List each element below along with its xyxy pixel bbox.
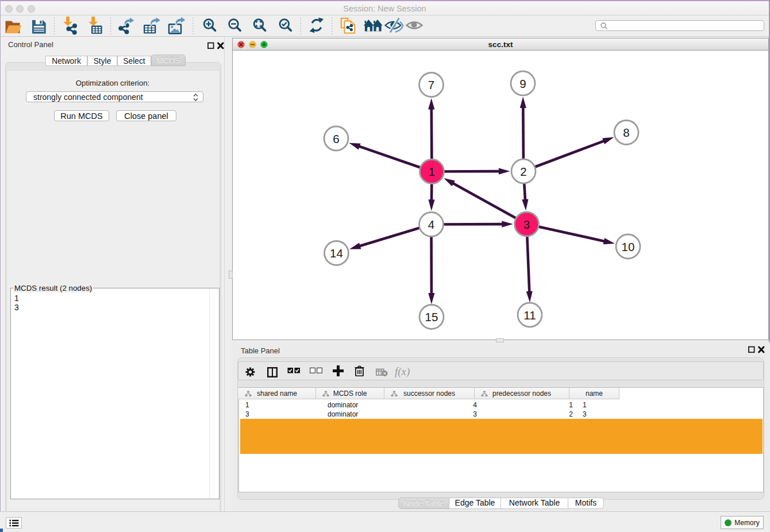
svg-text:2: 2 [520,165,526,178]
svg-text:4: 4 [428,218,434,231]
svg-text:6: 6 [333,132,339,145]
svg-text:15: 15 [425,310,438,323]
svg-text:14: 14 [330,246,343,260]
svg-text:11: 11 [523,309,536,322]
svg-text:8: 8 [623,126,629,139]
svg-text:7: 7 [428,78,434,91]
svg-text:10: 10 [622,240,635,253]
svg-text:9: 9 [519,77,526,90]
svg-text:1: 1 [429,165,435,178]
svg-text:3: 3 [523,218,530,231]
